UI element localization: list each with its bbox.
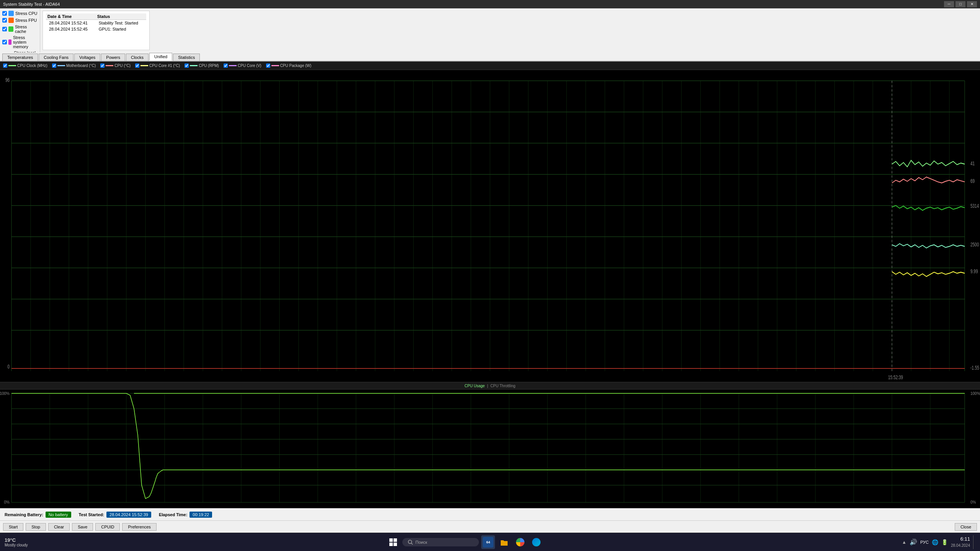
bottom-info-bar: Remaining Battery: No battery Test Start… [0, 508, 980, 520]
sidebar-item-label: Stress system memory [13, 35, 38, 49]
taskbar-aida64-icon[interactable]: 64 [481, 535, 495, 549]
status-col-status: Status [96, 13, 146, 20]
tab-unified[interactable]: Unified [149, 53, 172, 61]
sidebar-item[interactable]: Stress cache [2, 24, 38, 34]
status-datetime: 28.04.2024 15:52:41 [46, 20, 96, 26]
remaining-battery-value: No battery [46, 512, 71, 518]
restore-button[interactable]: □ [956, 1, 965, 7]
legend-label: CPU Core #1 (°C) [149, 64, 180, 68]
test-started-item: Test Started: 28.04.2024 15:52:39 [79, 512, 151, 518]
legend-item: CPU Clock (MHz) [3, 64, 47, 68]
sidebar-item[interactable]: Stress FPU [2, 17, 38, 24]
preferences-button[interactable]: Preferences [122, 523, 156, 531]
legend-checkbox[interactable] [185, 64, 189, 68]
tab-powers[interactable]: Powers [101, 54, 125, 61]
legend-checkbox[interactable] [224, 64, 228, 68]
close-window-button[interactable]: ✕ [967, 1, 977, 7]
svg-text:-1.55: -1.55 [970, 365, 979, 371]
status-row: 28.04.2024 15:52:41Stability Test: Start… [46, 20, 146, 26]
battery-icon[interactable]: 🔋 [941, 539, 948, 545]
top-section: Stress CPUStress FPUStress cacheStress s… [0, 8, 980, 52]
sidebar-item[interactable]: Stress CPU [2, 10, 38, 17]
legend-item: CPU Core #1 (°C) [135, 64, 180, 68]
sidebar-color-icon [8, 18, 14, 23]
search-placeholder: Поиск [415, 540, 427, 544]
taskbar-browser-icon[interactable] [513, 535, 527, 549]
svg-text:0%: 0% [970, 500, 976, 504]
stop-button[interactable]: Stop [26, 523, 46, 531]
cpuid-button[interactable]: CPUID [95, 523, 120, 531]
legend-checkbox[interactable] [3, 64, 7, 68]
svg-text:0: 0 [7, 364, 10, 370]
svg-text:15:52:39: 15:52:39 [888, 374, 903, 380]
taskbar-files-icon[interactable] [497, 535, 511, 549]
clock-display[interactable]: 6:11 28.04.2024 [951, 536, 970, 548]
elapsed-time-item: Elapsed Time: 00:19:22 [159, 512, 212, 518]
volume-icon[interactable]: 🔊 [910, 538, 917, 546]
weather-temp: 19°C [5, 537, 16, 543]
legend-item: CPU (°C) [100, 64, 131, 68]
svg-text:0%: 0% [4, 500, 10, 504]
title-bar-title: System Stability Test - AIDA64 [3, 2, 60, 7]
folder-icon [500, 538, 508, 546]
legend-checkbox[interactable] [135, 64, 139, 68]
show-desktop-button[interactable] [973, 535, 975, 549]
legend-color-line [229, 65, 237, 66]
legend-checkbox[interactable] [52, 64, 56, 68]
sidebar-item-label: Stress cache [15, 24, 38, 34]
svg-text:2500: 2500 [970, 241, 979, 248]
start-button[interactable]: Start [3, 523, 23, 531]
save-button[interactable]: Save [72, 523, 93, 531]
taskbar-right: ▲ 🔊 РУС 🌐 🔋 6:11 28.04.2024 [902, 535, 975, 549]
legend-color-line [190, 65, 198, 66]
clock-date: 28.04.2024 [951, 543, 970, 548]
tab-clocks[interactable]: Clocks [126, 54, 149, 61]
sidebar-checkbox[interactable] [2, 40, 7, 44]
status-text: GPU1: Started [96, 26, 146, 32]
legend-checkbox[interactable] [100, 64, 105, 68]
system-tray-up-arrow[interactable]: ▲ [902, 540, 906, 545]
weather-widget[interactable]: 19°C Mostly cloudy [5, 537, 28, 547]
legend-color-line [106, 65, 113, 66]
clear-button[interactable]: Clear [48, 523, 70, 531]
windows-start-button[interactable] [386, 535, 400, 549]
title-bar: System Stability Test - AIDA64 ─ □ ✕ [0, 0, 980, 8]
legend-color-line [8, 65, 16, 66]
tab-statistics[interactable]: Statistics [173, 54, 200, 61]
status-panel: Date & Time Status 28.04.2024 15:52:41St… [42, 11, 150, 50]
legend-label: CPU Package (W) [280, 64, 312, 68]
action-bar-left: Start Stop Clear Save CPUID Preferences [3, 523, 157, 531]
lower-chart-title2: CPU Throttling [490, 384, 515, 388]
tab-voltages[interactable]: Voltages [74, 54, 100, 61]
title-bar-controls: ─ □ ✕ [944, 1, 977, 7]
tab-temperatures[interactable]: Temperatures [2, 54, 38, 61]
legend-color-line [57, 65, 65, 66]
legend-label: Motherboard (°C) [66, 64, 96, 68]
chart-divider: CPU Usage | CPU Throttling [0, 382, 980, 390]
taskbar-search[interactable]: Поиск [402, 538, 479, 546]
network-icon[interactable]: 🌐 [932, 539, 938, 545]
taskbar-center: Поиск 64 [30, 535, 900, 549]
minimize-button[interactable]: ─ [944, 1, 954, 7]
upper-chart: 96 0 41 69 5314 2 [0, 70, 980, 382]
language-indicator[interactable]: РУС [920, 540, 929, 544]
svg-rect-114 [389, 543, 393, 546]
svg-text:41: 41 [970, 160, 975, 166]
taskbar-left: 19°C Mostly cloudy [5, 537, 28, 547]
sidebar-checkbox[interactable] [2, 11, 7, 16]
taskbar-edge-icon[interactable] [529, 535, 543, 549]
legend-label: CPU Core (V) [238, 64, 261, 68]
legend-item: Motherboard (°C) [52, 64, 96, 68]
legend-checkbox[interactable] [266, 64, 270, 68]
legend-item: CPU (RPM) [185, 64, 219, 68]
sidebar-checkbox[interactable] [2, 27, 7, 31]
svg-point-116 [408, 540, 412, 543]
svg-text:100%: 100% [970, 391, 980, 396]
sidebar-checkbox[interactable] [2, 18, 7, 23]
test-started-value: 28.04.2024 15:52:39 [106, 512, 151, 518]
close-button[interactable]: Close [955, 523, 977, 531]
svg-text:96: 96 [5, 77, 10, 83]
taskbar: 19°C Mostly cloudy Поиск [0, 533, 980, 551]
tab-cooling-fans[interactable]: Cooling Fans [39, 54, 74, 61]
sidebar-item[interactable]: Stress system memory [2, 34, 38, 50]
